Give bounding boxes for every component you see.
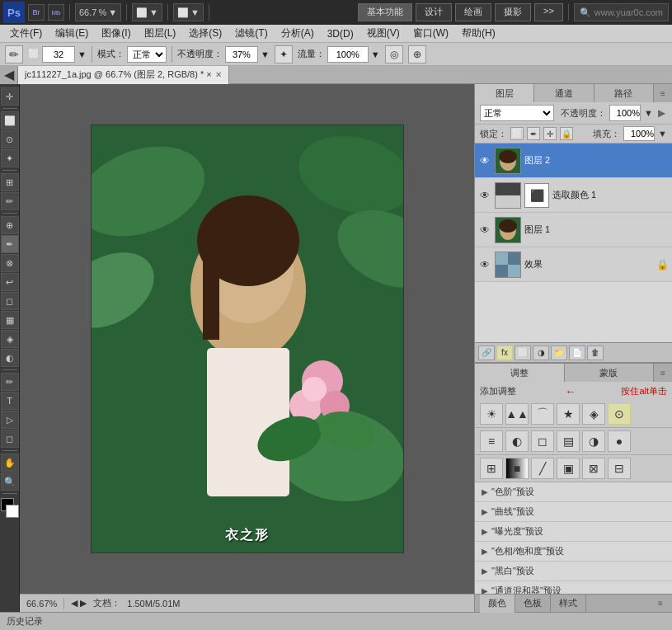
- layer-eye-adj[interactable]: 👁: [478, 189, 491, 202]
- move-tool[interactable]: ✛: [1, 87, 19, 106]
- menu-edit[interactable]: 编辑(E): [49, 25, 95, 43]
- group-btn[interactable]: 📁: [551, 346, 567, 360]
- blend-mode-select[interactable]: 正常: [480, 105, 554, 121]
- menu-file[interactable]: 文件(F): [3, 25, 49, 43]
- extra-brush-icon[interactable]: ◎: [385, 45, 403, 63]
- brush-tool[interactable]: ✒: [1, 235, 19, 253]
- layer-eye-2[interactable]: 👁: [478, 154, 491, 167]
- lock-transparent-btn[interactable]: ⬜: [510, 127, 524, 140]
- preset-levels[interactable]: ▶ "色阶"预设: [475, 482, 672, 502]
- menu-layer[interactable]: 图层(L): [138, 25, 183, 43]
- adj-panel-options[interactable]: ≡: [654, 364, 672, 382]
- menu-window[interactable]: 窗口(W): [406, 25, 455, 43]
- panel-options-btn[interactable]: ≡: [654, 84, 672, 102]
- cb-adj-btn[interactable]: ≡: [480, 430, 503, 452]
- nav-arrows[interactable]: ◀ ▶: [71, 598, 87, 609]
- expand-btn[interactable]: >>: [534, 3, 563, 21]
- tab-styles[interactable]: 样式: [551, 595, 586, 613]
- levels-adj-btn[interactable]: ▲▲: [505, 403, 529, 425]
- airbrush-icon[interactable]: ✦: [275, 45, 293, 63]
- menu-filter[interactable]: 滤镜(T): [228, 25, 274, 43]
- menu-help[interactable]: 帮助(H): [455, 25, 502, 43]
- layer-eye-bg[interactable]: 👁: [478, 258, 491, 271]
- mode-select[interactable]: 模式： 正常: [97, 46, 167, 63]
- opacity-input[interactable]: [225, 46, 258, 63]
- marquee-tool[interactable]: ⬜: [1, 111, 19, 129]
- bw-adj-btn[interactable]: ◐: [505, 430, 529, 452]
- mini-bridge-icon[interactable]: Mb: [48, 4, 64, 21]
- channel-mixer-btn[interactable]: ▤: [557, 430, 580, 452]
- curves-adj-btn[interactable]: ⌒: [531, 403, 554, 425]
- path-select-tool[interactable]: ▷: [1, 411, 19, 429]
- clone-tool[interactable]: ⊗: [1, 254, 19, 272]
- preset-bw[interactable]: ▶ "黑白"预设: [475, 562, 672, 581]
- solid-color-btn[interactable]: ▣: [557, 458, 580, 479]
- pen-tool[interactable]: ✏: [1, 373, 19, 391]
- extra-icon2[interactable]: ⊕: [408, 45, 426, 63]
- layer-item-2[interactable]: 👁 图层 2: [475, 143, 672, 178]
- hand-tool[interactable]: ✋: [1, 454, 19, 472]
- zoom-tool[interactable]: 🔍: [1, 472, 19, 491]
- preset-curves[interactable]: ▶ "曲线"预设: [475, 502, 672, 522]
- bottom-panel-options[interactable]: ≡: [654, 597, 667, 610]
- zoom-control[interactable]: 66.7 % ▼: [75, 3, 121, 21]
- layer-item-1[interactable]: 👁 图层 1: [475, 213, 672, 247]
- invert-btn[interactable]: ◑: [582, 430, 605, 452]
- shape-tool[interactable]: ◻: [1, 430, 19, 448]
- gradient-fill-btn[interactable]: ⊠: [582, 458, 605, 479]
- type-tool[interactable]: T: [1, 392, 19, 410]
- bridge-icon[interactable]: Br: [28, 4, 45, 21]
- panel-menu-icon[interactable]: ▶: [658, 107, 665, 119]
- canvas-image[interactable]: 衣之形: [91, 125, 404, 553]
- delete-layer-btn[interactable]: 🗑: [587, 346, 604, 360]
- menu-analyze[interactable]: 分析(A): [275, 25, 321, 43]
- paint-btn[interactable]: 绘画: [455, 3, 491, 21]
- flow-input[interactable]: [327, 46, 369, 63]
- hsl-adj-btn[interactable]: ⊙: [608, 403, 631, 425]
- lock-all-btn[interactable]: 🔒: [560, 127, 573, 140]
- tab-masks[interactable]: 蒙版: [565, 364, 655, 382]
- basic-mode-btn[interactable]: 基本功能: [358, 3, 412, 21]
- mask-btn[interactable]: ⬜: [515, 346, 531, 360]
- tab-layers[interactable]: 图层: [475, 84, 534, 102]
- tab-scroll-left[interactable]: ◀: [0, 66, 18, 84]
- screen-control[interactable]: ⬜▼: [173, 3, 204, 21]
- layer-item-bg[interactable]: 👁 效果 🔒: [475, 247, 672, 282]
- layer-item-adj[interactable]: 👁 ⬛ 选取颜色 1: [475, 178, 672, 213]
- eyedropper-tool[interactable]: ✏: [1, 192, 19, 210]
- posterize-btn[interactable]: ●: [608, 430, 631, 452]
- document-tab[interactable]: jc111227_1a.jpg @ 66.7% (图层 2, RGB/8) * …: [18, 66, 229, 84]
- adj-btn[interactable]: ◑: [533, 346, 549, 360]
- link-layers-btn[interactable]: 🔗: [478, 346, 495, 360]
- vibrance-adj-btn[interactable]: ◈: [582, 403, 605, 425]
- background-color[interactable]: [6, 505, 19, 518]
- opacity-input[interactable]: [609, 105, 641, 121]
- threshold-btn[interactable]: ⊞: [480, 458, 503, 479]
- photo-filter-btn[interactable]: ◻: [531, 430, 554, 452]
- exposure-adj-btn[interactable]: ★: [557, 403, 580, 425]
- tab-paths[interactable]: 路径: [594, 84, 654, 102]
- menu-view[interactable]: 视图(V): [360, 25, 406, 43]
- layer-eye-1[interactable]: 👁: [478, 223, 491, 237]
- pattern-fill-btn[interactable]: ⊟: [608, 458, 631, 479]
- preset-exposure[interactable]: ▶ "曝光度"预设: [475, 522, 672, 542]
- eraser-tool[interactable]: ◻: [1, 292, 19, 310]
- lock-image-btn[interactable]: ✒: [527, 127, 540, 140]
- search-box[interactable]: 🔍 www.yuar0c.com: [574, 3, 669, 21]
- tab-close-btn[interactable]: ✕: [215, 70, 222, 79]
- dodge-tool[interactable]: ◐: [1, 349, 19, 367]
- healing-tool[interactable]: ⊕: [1, 216, 19, 234]
- preset-hsl[interactable]: ▶ "色相/饱和度"预设: [475, 542, 672, 562]
- history-brush-tool[interactable]: ↩: [1, 273, 19, 291]
- blur-tool[interactable]: ◈: [1, 330, 19, 348]
- gradient-map-btn[interactable]: ■: [505, 458, 529, 479]
- magic-wand-tool[interactable]: ✦: [1, 149, 19, 167]
- menu-select[interactable]: 选择(S): [182, 25, 228, 43]
- crop-tool[interactable]: ⊞: [1, 173, 19, 191]
- fill-input[interactable]: [623, 126, 655, 141]
- gradient-tool[interactable]: ▦: [1, 311, 19, 329]
- tab-swatches[interactable]: 色板: [515, 595, 551, 613]
- brightness-adj-btn[interactable]: ☀: [480, 403, 503, 425]
- brush-tool-icon[interactable]: ✏: [5, 45, 23, 63]
- fx-btn[interactable]: fx: [496, 346, 513, 360]
